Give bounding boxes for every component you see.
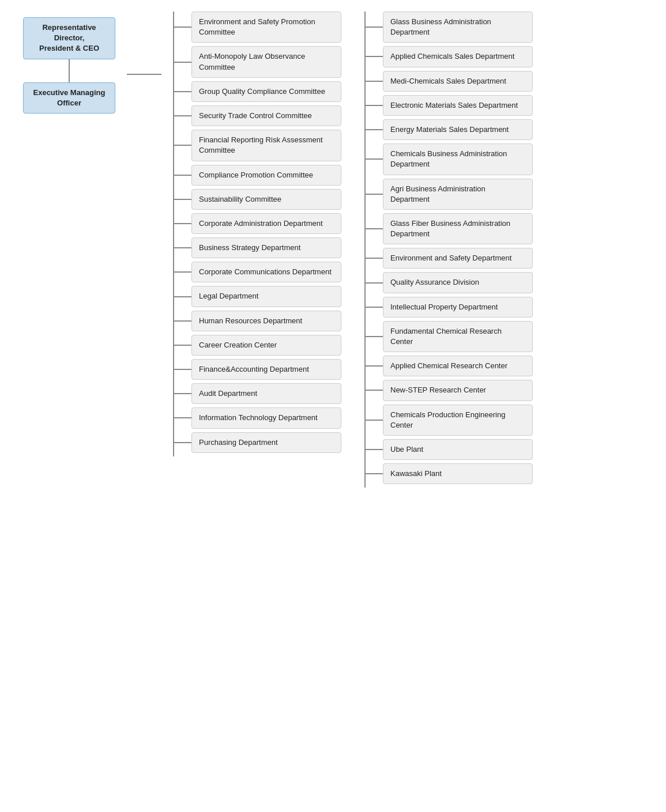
middle-node-9: Corporate Communications Department <box>191 262 341 282</box>
middle-item-1: Anti-Monopoly Law Observance Committee <box>174 46 341 77</box>
h-connector-right-8 <box>366 258 383 259</box>
middle-item-6: Sustainability Committee <box>174 189 341 210</box>
h-connector-mid-12 <box>174 345 191 346</box>
right-node-10: Intellectual Property Department <box>383 297 533 318</box>
middle-item-0: Environment and Safety Promotion Committ… <box>174 12 341 43</box>
right-node-6: Agri Business Administration Department <box>383 179 533 210</box>
right-item-10: Intellectual Property Department <box>366 297 533 318</box>
middle-item-16: Purchasing Department <box>174 432 341 453</box>
h-connector-mid-16 <box>174 442 191 443</box>
middle-node-6: Sustainability Committee <box>191 189 341 210</box>
right-item-14: Chemicals Production Engineering Center <box>366 405 533 436</box>
org-chart: Representative Director, President & CEO… <box>12 12 654 488</box>
middle-node-7: Corporate Administration Department <box>191 213 341 234</box>
h-connector-mid-8 <box>174 247 191 248</box>
representative-director-box: Representative Director, President & CEO <box>23 17 115 59</box>
right-node-14: Chemicals Production Engineering Center <box>383 405 533 436</box>
right-node-15: Ube Plant <box>383 439 533 460</box>
middle-node-4: Financial Reporting Risk Assessment Comm… <box>191 130 341 161</box>
right-item-2: Medi-Chemicals Sales Department <box>366 71 533 92</box>
middle-node-0: Environment and Safety Promotion Committ… <box>191 12 341 43</box>
h-connector-right-0 <box>366 27 383 28</box>
right-item-16: Kawasaki Plant <box>366 463 533 484</box>
h-connector-right-14 <box>366 420 383 421</box>
middle-node-13: Finance&Accounting Department <box>191 359 341 380</box>
executive-managing-officer-box: Executive Managing Officer <box>23 82 115 114</box>
right-item-3: Electronic Materials Sales Department <box>366 95 533 116</box>
right-section: Glass Business Administration Department… <box>341 12 533 488</box>
h-connector-right-13 <box>366 390 383 391</box>
middle-item-8: Business Strategy Department <box>174 237 341 258</box>
h-connector-mid-2 <box>174 91 191 92</box>
right-node-8: Environment and Safety Department <box>383 248 533 269</box>
middle-section: Environment and Safety Promotion Committ… <box>161 12 341 456</box>
right-item-6: Agri Business Administration Department <box>366 179 533 210</box>
h-connector-right-11 <box>366 336 383 337</box>
right-node-11: Fundamental Chemical Research Center <box>383 321 533 352</box>
h-connector-mid-10 <box>174 296 191 297</box>
h-connector-mid-1 <box>174 62 191 63</box>
right-node-7: Glass Fiber Business Administration Depa… <box>383 213 533 244</box>
middle-item-2: Group Quality Compliance Committee <box>174 81 341 102</box>
h-connector-right-15 <box>366 449 383 450</box>
right-node-1: Applied Chemicals Sales Department <box>383 46 533 67</box>
h-connector-mid-14 <box>174 393 191 394</box>
h-connector-right-9 <box>366 282 383 284</box>
right-node-4: Energy Materials Sales Department <box>383 119 533 140</box>
h-connector-mid-15 <box>174 417 191 418</box>
middle-item-12: Career Creation Center <box>174 335 341 356</box>
right-item-0: Glass Business Administration Department <box>366 12 533 43</box>
right-item-13: New-STEP Research Center <box>366 380 533 401</box>
h-connector-left-to-mid <box>127 74 161 75</box>
h-connector-right-10 <box>366 307 383 308</box>
right-item-4: Energy Materials Sales Department <box>366 119 533 140</box>
right-item-11: Fundamental Chemical Research Center <box>366 321 533 352</box>
h-connector-mid-4 <box>174 145 191 146</box>
middle-node-1: Anti-Monopoly Law Observance Committee <box>191 46 341 77</box>
h-connector-right-2 <box>366 81 383 82</box>
right-item-15: Ube Plant <box>366 439 533 460</box>
right-item-12: Applied Chemical Research Center <box>366 356 533 376</box>
h-connector-right-4 <box>366 129 383 130</box>
middle-node-16: Purchasing Department <box>191 432 341 453</box>
h-connector-right-12 <box>366 365 383 367</box>
right-node-16: Kawasaki Plant <box>383 463 533 484</box>
left-column: Representative Director, President & CEO… <box>12 12 127 114</box>
right-item-8: Environment and Safety Department <box>366 248 533 269</box>
right-node-13: New-STEP Research Center <box>383 380 533 401</box>
h-connector-mid-9 <box>174 271 191 273</box>
h-connector-right-6 <box>366 194 383 195</box>
middle-item-11: Human Resources Department <box>174 311 341 331</box>
right-item-5: Chemicals Business Administration Depart… <box>366 143 533 175</box>
middle-node-8: Business Strategy Department <box>191 237 341 258</box>
h-connector-right-16 <box>366 473 383 474</box>
right-node-5: Chemicals Business Administration Depart… <box>383 143 533 175</box>
middle-node-15: Information Technology Department <box>191 407 341 428</box>
middle-items-container: Environment and Safety Promotion Committ… <box>173 12 341 456</box>
middle-node-11: Human Resources Department <box>191 311 341 331</box>
h-connector-mid-0 <box>174 27 191 28</box>
h-connector-right-7 <box>366 228 383 229</box>
right-node-0: Glass Business Administration Department <box>383 12 533 43</box>
h-connector-mid-3 <box>174 115 191 116</box>
middle-item-15: Information Technology Department <box>174 407 341 428</box>
h-connector-mid-5 <box>174 175 191 176</box>
h-connector-mid-7 <box>174 223 191 224</box>
right-node-3: Electronic Materials Sales Department <box>383 95 533 116</box>
middle-node-2: Group Quality Compliance Committee <box>191 81 341 102</box>
right-item-1: Applied Chemicals Sales Department <box>366 46 533 67</box>
middle-node-12: Career Creation Center <box>191 335 341 356</box>
right-node-9: Quality Assurance Division <box>383 272 533 293</box>
h-connector-mid-6 <box>174 199 191 200</box>
h-connector-right-3 <box>366 105 383 106</box>
vertical-line-left <box>69 59 70 82</box>
middle-item-14: Audit Department <box>174 383 341 404</box>
middle-node-5: Compliance Promotion Committee <box>191 165 341 186</box>
middle-node-10: Legal Department <box>191 286 341 307</box>
right-node-12: Applied Chemical Research Center <box>383 356 533 376</box>
h-connector-mid-11 <box>174 320 191 322</box>
right-items-container: Glass Business Administration Department… <box>364 12 533 488</box>
middle-item-13: Finance&Accounting Department <box>174 359 341 380</box>
middle-node-3: Security Trade Control Committee <box>191 105 341 126</box>
middle-item-9: Corporate Communications Department <box>174 262 341 282</box>
